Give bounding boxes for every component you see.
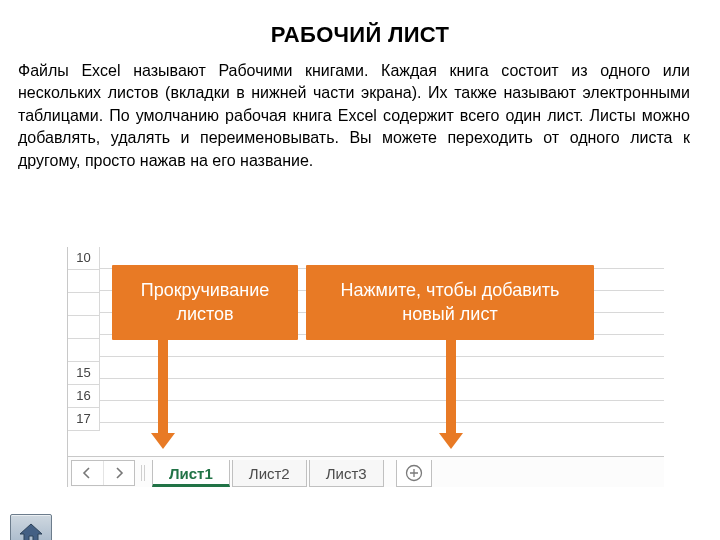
row-header: 17 <box>68 408 100 431</box>
sheet-tab-bar: Лист1 Лист2 Лист3 <box>68 456 664 487</box>
row-header: 15 <box>68 362 100 385</box>
row-header: 10 <box>68 247 100 270</box>
row-header <box>68 316 100 339</box>
sheet-scroll-left[interactable] <box>72 461 104 485</box>
plus-circle-icon <box>405 464 423 482</box>
chevron-right-icon <box>114 467 124 479</box>
row-header <box>68 293 100 316</box>
sheet-tab-2[interactable]: Лист2 <box>232 460 307 487</box>
callout-scroll: Прокручивание листов <box>112 265 298 340</box>
sheet-tabs: Лист1 Лист2 Лист3 <box>152 459 432 487</box>
sheet-tab-1[interactable]: Лист1 <box>152 460 230 487</box>
sheet-scroll-right[interactable] <box>104 461 135 485</box>
new-sheet-button[interactable] <box>396 460 432 487</box>
excel-screenshot: 10 15 16 17 Прокручивание листов Нажмите… <box>67 247 664 487</box>
callout-add: Нажмите, чтобы добавить новый лист <box>306 265 594 340</box>
slide: РАБОЧИЙ ЛИСТ Файлы Excel называют Рабочи… <box>0 22 720 540</box>
row-header: 16 <box>68 385 100 408</box>
tab-separator <box>141 463 147 483</box>
sheet-scroll-buttons[interactable] <box>71 460 135 486</box>
chevron-left-icon <box>82 467 92 479</box>
home-button[interactable] <box>10 514 52 540</box>
row-header <box>68 339 100 362</box>
row-header <box>68 270 100 293</box>
home-icon <box>18 521 44 540</box>
row-headers: 10 15 16 17 <box>68 247 100 487</box>
body-text: Файлы Excel называют Рабочими книгами. К… <box>0 48 720 172</box>
sheet-tab-3[interactable]: Лист3 <box>309 460 384 487</box>
page-title: РАБОЧИЙ ЛИСТ <box>0 22 720 48</box>
